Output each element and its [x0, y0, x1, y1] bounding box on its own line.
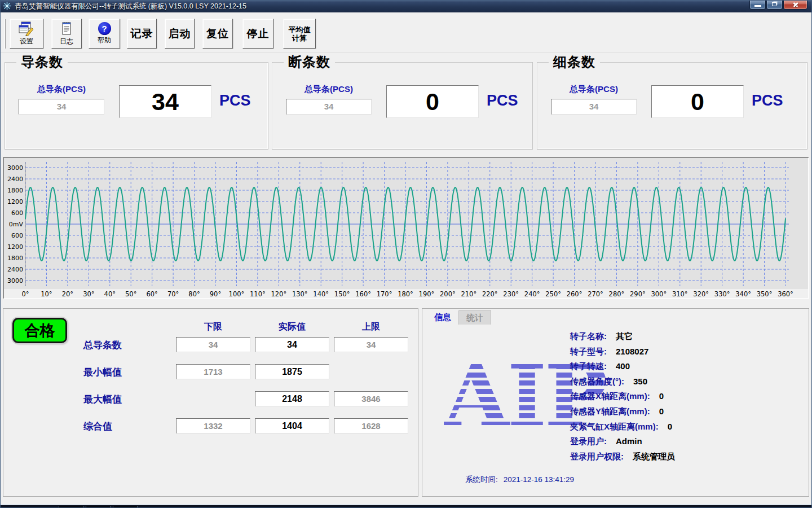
- info-field-value: 0: [659, 391, 664, 401]
- svg-text:10°: 10°: [41, 290, 52, 298]
- svg-text:290°: 290°: [630, 290, 646, 298]
- close-button[interactable]: [783, 0, 807, 10]
- waveform-svg: 0°10°20°30°40°50°60°70°80°90°100°110°120…: [4, 158, 808, 298]
- svg-text:200°: 200°: [440, 290, 456, 298]
- thin-group-title: 细条数: [549, 53, 600, 71]
- svg-text:170°: 170°: [377, 290, 392, 298]
- record-button-label: 记录: [131, 27, 153, 41]
- pcs-unit-label: PCS: [752, 92, 783, 110]
- conductor-count-display: 34: [119, 85, 211, 118]
- info-panel: 信息统计 AIP 转子名称:其它转子型号:2108027转子转速:400传感器角…: [422, 308, 809, 497]
- total-bars-preset-input[interactable]: 34: [286, 99, 372, 115]
- pcs-unit-label: PCS: [219, 92, 251, 110]
- results-actual-box: 34: [255, 337, 329, 352]
- svg-text:600: 600: [11, 232, 23, 239]
- info-field-label: 转子型号:: [570, 347, 607, 356]
- broken-count-display: 0: [386, 85, 479, 118]
- svg-text:240°: 240°: [524, 290, 540, 298]
- info-field-label: 传感器Y轴距离(mm):: [570, 406, 650, 416]
- svg-text:70°: 70°: [167, 290, 179, 298]
- log-button[interactable]: 日志: [51, 19, 82, 49]
- svg-text:40°: 40°: [104, 290, 116, 298]
- restore-button[interactable]: [766, 0, 783, 10]
- info-field: 夹紧气缸X轴距离(mm):0: [570, 422, 675, 437]
- tab-stats[interactable]: 统计: [458, 310, 491, 325]
- svg-text:30°: 30°: [83, 290, 94, 298]
- svg-text:50°: 50°: [125, 290, 136, 298]
- svg-text:180°: 180°: [398, 290, 413, 298]
- svg-text:3000: 3000: [7, 164, 23, 172]
- svg-text:1200: 1200: [7, 243, 23, 251]
- info-field-value: 0: [668, 422, 672, 431]
- svg-text:0mV: 0mV: [9, 221, 24, 228]
- total-bars-preset-input[interactable]: 34: [551, 99, 637, 115]
- results-actual-box: 1404: [255, 418, 329, 433]
- help-button[interactable]: ? 帮助: [89, 19, 120, 49]
- svg-text:2400: 2400: [7, 266, 23, 273]
- svg-text:310°: 310°: [672, 290, 688, 298]
- svg-text:350°: 350°: [757, 290, 773, 298]
- title-bar: 青岛艾普智能仪器有限公司--转子测试系统 (新板) V15.0.0 LSY 20…: [0, 0, 812, 12]
- svg-text:80°: 80°: [188, 290, 200, 298]
- pass-status-badge: 合格: [12, 318, 67, 343]
- settings-icon: [19, 21, 34, 36]
- info-field-value: 系统管理员: [633, 452, 675, 461]
- results-lower-box: 34: [176, 337, 250, 352]
- svg-text:1200: 1200: [7, 198, 23, 205]
- results-lower-box: 1332: [176, 418, 250, 433]
- minimize-icon: [754, 5, 761, 7]
- minimize-button[interactable]: [749, 0, 766, 10]
- average-calc-label-line1: 平均值: [289, 25, 311, 34]
- conductor-count-group: 导条数 总导条(PCS) 34 34 PCS: [5, 62, 268, 150]
- settings-button[interactable]: 设置: [10, 19, 43, 49]
- results-row-label: 总导条数: [83, 339, 174, 352]
- info-field-value: 其它: [616, 331, 633, 341]
- results-header-upper: 上限: [334, 321, 408, 333]
- total-bars-label: 总导条(PCS): [19, 84, 104, 95]
- svg-text:150°: 150°: [334, 290, 350, 298]
- tab-info[interactable]: 信息: [427, 310, 458, 325]
- log-icon: [60, 21, 73, 36]
- info-field-value: 400: [616, 361, 630, 371]
- results-lower-box: 1713: [176, 364, 250, 379]
- total-bars-preset-input[interactable]: 34: [19, 99, 104, 115]
- svg-text:110°: 110°: [250, 290, 266, 298]
- info-field-label: 转子转速:: [570, 361, 607, 371]
- results-actual-box: 1875: [255, 364, 329, 379]
- info-field: 转子名称:其它: [570, 331, 675, 347]
- results-header-lower: 下限: [176, 321, 250, 333]
- stop-button[interactable]: 停止: [242, 19, 273, 49]
- svg-text:210°: 210°: [461, 290, 476, 298]
- results-row-label: 最大幅值: [83, 393, 174, 406]
- info-field-value: Admin: [616, 436, 642, 446]
- start-button[interactable]: 启动: [165, 19, 195, 49]
- info-field-label: 传感器X轴距离(mm):: [570, 391, 650, 401]
- svg-text:230°: 230°: [503, 290, 519, 298]
- broken-group-title: 断条数: [284, 53, 335, 71]
- svg-text:2400: 2400: [7, 176, 23, 183]
- system-time-label: 系统时间:: [465, 475, 498, 484]
- info-field-label: 传感器角度(°):: [570, 376, 624, 386]
- svg-text:340°: 340°: [735, 290, 751, 298]
- reset-button[interactable]: 复位: [202, 19, 233, 49]
- svg-text:3000: 3000: [7, 277, 23, 284]
- results-upper-box: 3846: [334, 391, 408, 406]
- info-field: 传感器角度(°):350: [570, 376, 675, 392]
- system-time-value: 2021-12-16 13:41:29: [504, 475, 574, 484]
- average-calc-button[interactable]: 平均值 计算: [283, 19, 316, 49]
- svg-text:0°: 0°: [21, 290, 29, 298]
- results-row-label: 最小幅值: [83, 366, 174, 379]
- taskbar-edge[interactable]: [0, 505, 812, 508]
- record-button[interactable]: 记录: [127, 19, 157, 49]
- svg-text:90°: 90°: [210, 290, 221, 298]
- svg-text:270°: 270°: [588, 290, 603, 298]
- info-field: 传感器Y轴距离(mm):0: [570, 406, 675, 422]
- info-field: 登录用户:Admin: [570, 436, 675, 452]
- svg-text:100°: 100°: [229, 290, 245, 298]
- svg-text:1800: 1800: [7, 255, 23, 262]
- svg-text:130°: 130°: [292, 290, 308, 298]
- log-button-label: 日志: [60, 37, 73, 46]
- toolbar-grip: [4, 19, 6, 49]
- svg-text:120°: 120°: [271, 290, 286, 298]
- results-row-label: 综合值: [83, 420, 174, 433]
